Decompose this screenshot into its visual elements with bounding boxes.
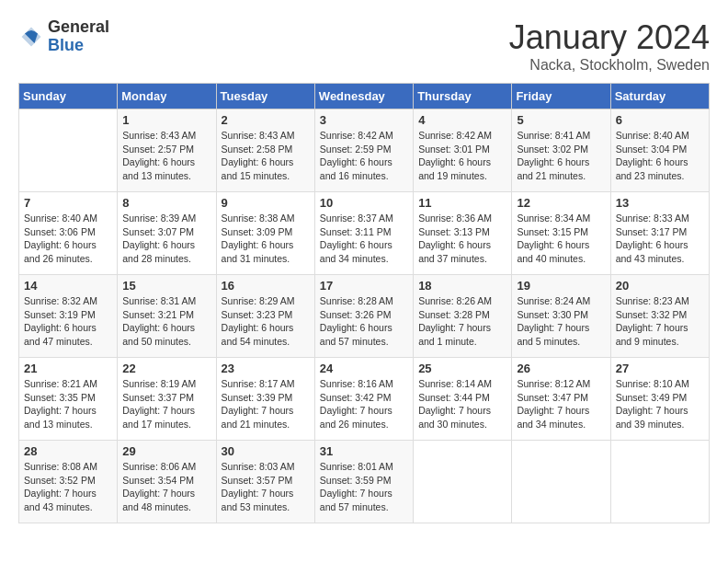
calendar-cell: 31Sunrise: 8:01 AM Sunset: 3:59 PM Dayli… (314, 441, 413, 523)
day-number: 6 (616, 113, 704, 127)
day-number: 31 (320, 444, 408, 458)
calendar-cell: 21Sunrise: 8:21 AM Sunset: 3:35 PM Dayli… (19, 358, 118, 441)
logo-general-text: General (48, 18, 109, 37)
calendar-cell: 10Sunrise: 8:37 AM Sunset: 3:11 PM Dayli… (314, 192, 413, 275)
calendar-cell: 12Sunrise: 8:34 AM Sunset: 3:15 PM Dayli… (512, 192, 610, 275)
day-info: Sunrise: 8:37 AM Sunset: 3:11 PM Dayligh… (320, 212, 408, 266)
calendar-cell: 25Sunrise: 8:14 AM Sunset: 3:44 PM Dayli… (414, 358, 512, 441)
calendar-cell: 17Sunrise: 8:28 AM Sunset: 3:26 PM Dayli… (314, 275, 413, 358)
calendar-cell (512, 441, 610, 523)
week-row-4: 21Sunrise: 8:21 AM Sunset: 3:35 PM Dayli… (19, 358, 710, 441)
calendar-cell: 2Sunrise: 8:43 AM Sunset: 2:58 PM Daylig… (216, 109, 314, 192)
calendar-cell: 14Sunrise: 8:32 AM Sunset: 3:19 PM Dayli… (19, 275, 118, 358)
day-info: Sunrise: 8:26 AM Sunset: 3:28 PM Dayligh… (418, 294, 506, 349)
page-header: General Blue January 2024 Nacka, Stockho… (18, 18, 710, 74)
day-number: 22 (122, 362, 210, 375)
week-row-5: 28Sunrise: 8:08 AM Sunset: 3:52 PM Dayli… (19, 441, 710, 523)
calendar-cell: 7Sunrise: 8:40 AM Sunset: 3:06 PM Daylig… (19, 192, 118, 275)
location-title: Nacka, Stockholm, Sweden (509, 57, 710, 74)
day-info: Sunrise: 8:16 AM Sunset: 3:42 PM Dayligh… (320, 377, 408, 431)
logo-blue-text: Blue (48, 37, 109, 55)
day-info: Sunrise: 8:28 AM Sunset: 3:26 PM Dayligh… (320, 294, 408, 349)
day-number: 7 (24, 196, 112, 210)
calendar-cell: 13Sunrise: 8:33 AM Sunset: 3:17 PM Dayli… (610, 192, 709, 275)
calendar-cell: 9Sunrise: 8:38 AM Sunset: 3:09 PM Daylig… (216, 192, 314, 275)
day-number: 25 (418, 362, 506, 375)
day-number: 26 (517, 362, 605, 375)
day-info: Sunrise: 8:31 AM Sunset: 3:21 PM Dayligh… (122, 294, 210, 349)
calendar-header: SundayMondayTuesdayWednesdayThursdayFrid… (19, 84, 710, 109)
calendar-cell: 4Sunrise: 8:42 AM Sunset: 3:01 PM Daylig… (414, 109, 512, 192)
day-info: Sunrise: 8:42 AM Sunset: 2:59 PM Dayligh… (320, 129, 408, 183)
day-number: 15 (122, 279, 210, 293)
day-number: 9 (222, 196, 310, 210)
day-number: 19 (517, 279, 605, 293)
calendar-cell: 24Sunrise: 8:16 AM Sunset: 3:42 PM Dayli… (314, 358, 413, 441)
day-number: 29 (122, 444, 210, 458)
day-number: 27 (616, 362, 704, 375)
day-info: Sunrise: 8:03 AM Sunset: 3:57 PM Dayligh… (222, 460, 310, 514)
day-number: 13 (616, 196, 704, 210)
calendar-cell: 5Sunrise: 8:41 AM Sunset: 3:02 PM Daylig… (512, 109, 610, 192)
calendar-cell: 20Sunrise: 8:23 AM Sunset: 3:32 PM Dayli… (610, 275, 709, 358)
day-number: 18 (418, 279, 506, 293)
calendar-cell: 1Sunrise: 8:43 AM Sunset: 2:57 PM Daylig… (118, 109, 216, 192)
header-day-wednesday: Wednesday (314, 84, 413, 109)
day-info: Sunrise: 8:29 AM Sunset: 3:23 PM Dayligh… (222, 294, 310, 349)
day-number: 1 (122, 113, 210, 127)
day-info: Sunrise: 8:43 AM Sunset: 2:57 PM Dayligh… (122, 129, 210, 183)
header-day-saturday: Saturday (610, 84, 709, 109)
week-row-3: 14Sunrise: 8:32 AM Sunset: 3:19 PM Dayli… (19, 275, 710, 358)
header-day-tuesday: Tuesday (216, 84, 314, 109)
calendar-cell (414, 441, 512, 523)
calendar-cell (19, 109, 118, 192)
day-number: 20 (616, 279, 704, 293)
calendar-cell: 26Sunrise: 8:12 AM Sunset: 3:47 PM Dayli… (512, 358, 610, 441)
title-block: January 2024 Nacka, Stockholm, Sweden (509, 18, 710, 74)
logo-text: General Blue (48, 18, 109, 55)
day-number: 17 (320, 279, 408, 293)
day-info: Sunrise: 8:14 AM Sunset: 3:44 PM Dayligh… (418, 377, 506, 431)
day-number: 14 (24, 279, 112, 293)
day-info: Sunrise: 8:40 AM Sunset: 3:06 PM Dayligh… (24, 212, 112, 266)
day-info: Sunrise: 8:17 AM Sunset: 3:39 PM Dayligh… (222, 377, 310, 431)
calendar-cell: 22Sunrise: 8:19 AM Sunset: 3:37 PM Dayli… (118, 358, 216, 441)
day-info: Sunrise: 8:19 AM Sunset: 3:37 PM Dayligh… (122, 377, 210, 431)
day-number: 8 (122, 196, 210, 210)
day-info: Sunrise: 8:40 AM Sunset: 3:04 PM Dayligh… (616, 129, 704, 183)
day-info: Sunrise: 8:08 AM Sunset: 3:52 PM Dayligh… (24, 460, 112, 514)
day-number: 30 (222, 444, 310, 458)
day-info: Sunrise: 8:38 AM Sunset: 3:09 PM Dayligh… (222, 212, 310, 266)
day-number: 12 (517, 196, 605, 210)
calendar-cell: 18Sunrise: 8:26 AM Sunset: 3:28 PM Dayli… (414, 275, 512, 358)
day-info: Sunrise: 8:39 AM Sunset: 3:07 PM Dayligh… (122, 212, 210, 266)
calendar-cell: 30Sunrise: 8:03 AM Sunset: 3:57 PM Dayli… (216, 441, 314, 523)
header-row: SundayMondayTuesdayWednesdayThursdayFrid… (19, 84, 710, 109)
day-info: Sunrise: 8:43 AM Sunset: 2:58 PM Dayligh… (222, 129, 310, 183)
day-number: 4 (418, 113, 506, 127)
day-number: 3 (320, 113, 408, 127)
calendar-cell: 16Sunrise: 8:29 AM Sunset: 3:23 PM Dayli… (216, 275, 314, 358)
day-info: Sunrise: 8:10 AM Sunset: 3:49 PM Dayligh… (616, 377, 704, 431)
day-info: Sunrise: 8:12 AM Sunset: 3:47 PM Dayligh… (517, 377, 605, 431)
day-info: Sunrise: 8:06 AM Sunset: 3:54 PM Dayligh… (122, 460, 210, 514)
day-number: 11 (418, 196, 506, 210)
day-info: Sunrise: 8:24 AM Sunset: 3:30 PM Dayligh… (517, 294, 605, 349)
calendar-cell: 6Sunrise: 8:40 AM Sunset: 3:04 PM Daylig… (610, 109, 709, 192)
logo: General Blue (18, 18, 109, 55)
calendar-cell: 15Sunrise: 8:31 AM Sunset: 3:21 PM Dayli… (118, 275, 216, 358)
day-number: 5 (517, 113, 605, 127)
day-number: 23 (222, 362, 310, 375)
calendar-cell: 27Sunrise: 8:10 AM Sunset: 3:49 PM Dayli… (610, 358, 709, 441)
calendar-cell: 8Sunrise: 8:39 AM Sunset: 3:07 PM Daylig… (118, 192, 216, 275)
day-info: Sunrise: 8:42 AM Sunset: 3:01 PM Dayligh… (418, 129, 506, 183)
calendar-cell: 19Sunrise: 8:24 AM Sunset: 3:30 PM Dayli… (512, 275, 610, 358)
day-number: 24 (320, 362, 408, 375)
day-info: Sunrise: 8:21 AM Sunset: 3:35 PM Dayligh… (24, 377, 112, 431)
day-info: Sunrise: 8:01 AM Sunset: 3:59 PM Dayligh… (320, 460, 408, 514)
day-info: Sunrise: 8:41 AM Sunset: 3:02 PM Dayligh… (517, 129, 605, 183)
day-info: Sunrise: 8:34 AM Sunset: 3:15 PM Dayligh… (517, 212, 605, 266)
day-info: Sunrise: 8:33 AM Sunset: 3:17 PM Dayligh… (616, 212, 704, 266)
header-day-friday: Friday (512, 84, 610, 109)
week-row-1: 1Sunrise: 8:43 AM Sunset: 2:57 PM Daylig… (19, 109, 710, 192)
